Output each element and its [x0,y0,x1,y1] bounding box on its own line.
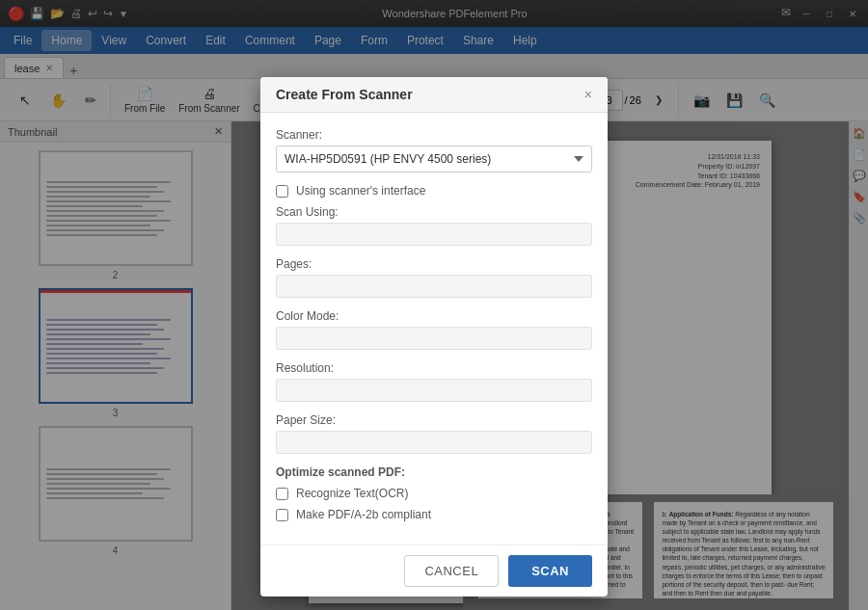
scanner-select[interactable]: WIA-HP5D0591 (HP ENVY 4500 series) [276,146,592,172]
paper-size-label: Paper Size: [276,413,592,427]
scan-button[interactable]: SCAN [508,555,592,587]
ocr-row: Recognize Text(OCR) [276,487,592,500]
pages-label: Pages: [276,257,592,271]
cancel-button[interactable]: CANCEL [404,555,499,587]
pages-group: Pages: [276,257,592,298]
resolution-label: Resolution: [276,361,592,375]
scan-using-input [276,223,592,246]
modal-footer: CANCEL SCAN [260,544,608,597]
color-mode-group: Color Mode: [276,309,592,350]
ocr-checkbox[interactable] [276,488,288,500]
optimize-label: Optimize scanned PDF: [276,465,592,479]
modal-title: Create From Scanner [276,87,413,102]
scan-using-group: Scan Using: [276,205,592,246]
scanner-interface-row: Using scanner's interface [276,184,592,198]
pdfa-checkbox[interactable] [276,509,288,521]
modal-body: Scanner: WIA-HP5D0591 (HP ENVY 4500 seri… [260,113,608,544]
paper-size-input [276,431,592,454]
pdfa-label: Make PDF/A-2b compliant [296,508,431,521]
scanner-interface-checkbox[interactable] [276,185,288,198]
scanner-label: Scanner: [276,128,592,142]
color-mode-input [276,327,592,350]
pages-input [276,275,592,298]
resolution-input [276,379,592,402]
color-mode-label: Color Mode: [276,309,592,323]
modal-close-button[interactable]: × [584,87,592,102]
modal-header: Create From Scanner × [260,77,608,113]
create-from-scanner-modal: Create From Scanner × Scanner: WIA-HP5D0… [260,77,608,597]
resolution-group: Resolution: [276,361,592,402]
pdfa-row: Make PDF/A-2b compliant [276,508,592,521]
scanner-group: Scanner: WIA-HP5D0591 (HP ENVY 4500 seri… [276,128,592,172]
ocr-label: Recognize Text(OCR) [296,487,408,500]
scan-using-label: Scan Using: [276,205,592,219]
scanner-interface-label: Using scanner's interface [296,184,425,198]
modal-overlay: Create From Scanner × Scanner: WIA-HP5D0… [0,0,868,610]
paper-size-group: Paper Size: [276,413,592,454]
